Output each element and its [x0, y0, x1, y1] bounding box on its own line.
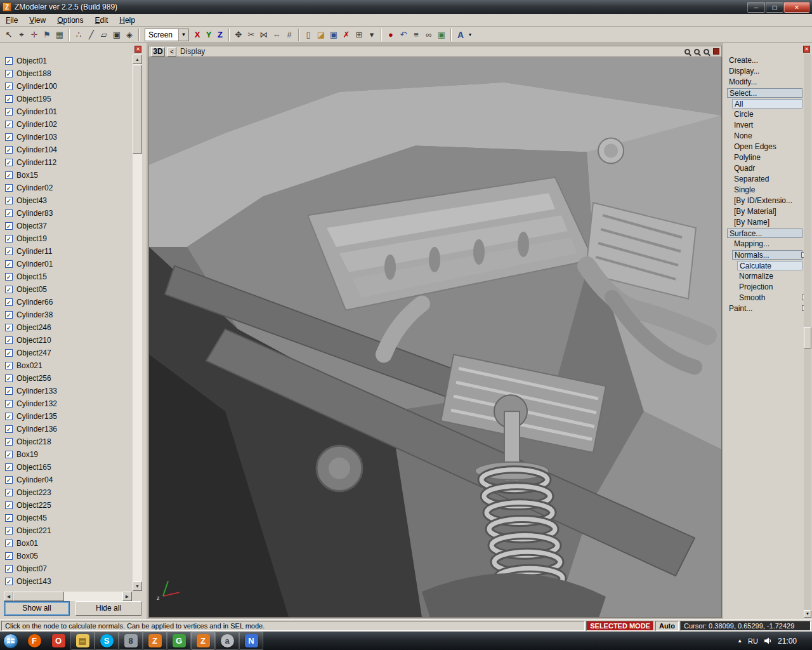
mirror-icon[interactable]: ⇔ [270, 29, 283, 41]
menu-item-mapping[interactable]: Mapping... [732, 239, 802, 249]
object-list-item[interactable]: ✓Object43 [4, 194, 132, 207]
visibility-checkbox[interactable]: ✓ [5, 171, 13, 179]
visibility-checkbox[interactable]: ✓ [5, 375, 13, 382]
visibility-checkbox[interactable]: ✓ [5, 146, 13, 154]
screen-mode-dropdown[interactable]: Screen ▼ [145, 29, 189, 41]
visibility-checkbox[interactable]: ✓ [5, 83, 13, 90]
menu-item-by-name[interactable]: [By Name] [732, 218, 802, 227]
visibility-checkbox[interactable]: ✓ [5, 336, 13, 344]
menu-item-create[interactable]: Create... [727, 56, 802, 65]
menu-item-modify[interactable]: Modify... [727, 77, 802, 87]
record-icon[interactable]: ● [384, 29, 397, 41]
visibility-checkbox[interactable]: ✓ [5, 121, 13, 128]
uv-mode-icon[interactable]: ◈ [123, 29, 136, 41]
faces-mode-icon[interactable]: ▱ [98, 29, 110, 41]
snap-icon[interactable]: # [283, 29, 296, 41]
object-list-item[interactable]: ✓Cylinder133 [4, 385, 132, 397]
notes-icon[interactable]: ≡ [410, 29, 422, 41]
visibility-checkbox[interactable]: ✓ [5, 514, 13, 522]
object-list-item[interactable]: ✓Object247 [4, 347, 132, 359]
object-list-item[interactable]: ✓Box01 [4, 537, 132, 550]
zoom-in-icon[interactable] [684, 49, 690, 55]
maximize-button[interactable]: ▢ [766, 2, 783, 13]
zmodeler-active-icon[interactable]: Z [191, 632, 215, 650]
command-panel-scrollbar[interactable]: ▼ [804, 54, 811, 618]
visibility-checkbox[interactable]: ✓ [5, 273, 13, 281]
object-list-item[interactable]: ✓Object01 [4, 55, 132, 67]
menu-item-by-id-extensio[interactable]: [By ID/Extensio... [732, 196, 802, 206]
object-list-item[interactable]: ✓Object188 [4, 67, 132, 80]
start-button[interactable] [3, 633, 18, 649]
font-dropdown-icon[interactable]: ▾ [467, 29, 473, 41]
menu-item-normals[interactable]: Normals... [732, 250, 802, 260]
visibility-checkbox[interactable]: ✓ [5, 298, 13, 306]
object-list-item[interactable]: ✓Cylinder66 [4, 296, 132, 308]
menu-file[interactable]: File [0, 15, 23, 26]
visibility-checkbox[interactable]: ✓ [5, 387, 13, 395]
select-icon[interactable]: ↖ [3, 29, 15, 41]
object-list-item[interactable]: ✓Cylinder103 [4, 131, 132, 143]
menu-item-none[interactable]: None [732, 131, 802, 141]
menu-item-projection[interactable]: Projection [737, 282, 802, 292]
menu-item-single[interactable]: Single [732, 185, 802, 195]
visibility-checkbox[interactable]: ✓ [5, 209, 13, 217]
show-all-button[interactable]: Show all [4, 601, 70, 616]
visibility-checkbox[interactable]: ✓ [5, 565, 13, 573]
object-list-item[interactable]: ✓Cylinder83 [4, 207, 132, 220]
hide-all-button[interactable]: Hide all [75, 601, 141, 616]
explorer-icon[interactable]: ▤ [70, 632, 95, 650]
hscroll-thumb[interactable] [13, 592, 64, 601]
image-icon[interactable]: ▣ [435, 29, 448, 41]
viewport-mode-button[interactable]: 3D [151, 47, 165, 56]
visibility-checkbox[interactable]: ✓ [5, 476, 13, 484]
visibility-checkbox[interactable]: ✓ [5, 489, 13, 496]
zoom-window-icon[interactable] [704, 49, 709, 55]
open-folder-icon[interactable]: ◪ [315, 29, 327, 41]
unweld-icon[interactable]: ⋈ [258, 29, 270, 41]
daemon-icon[interactable]: a [215, 632, 239, 650]
save-icon[interactable]: ▣ [327, 29, 340, 41]
scroll-left-icon[interactable]: ◀ [4, 592, 13, 601]
menu-item-circle[interactable]: Circle [732, 110, 802, 119]
visibility-checkbox[interactable]: ✓ [5, 197, 13, 204]
weld-icon[interactable]: ✂ [245, 29, 258, 41]
menu-item-open-edges[interactable]: Open Edges [732, 142, 802, 152]
close-left-panel-button[interactable]: ✕ [134, 46, 141, 53]
visibility-checkbox[interactable]: ✓ [5, 235, 13, 242]
viewport-indicator-icon[interactable] [713, 48, 719, 55]
menu-options[interactable]: Options [51, 15, 89, 26]
auto-toggle[interactable]: Auto [655, 621, 679, 631]
object-list-item[interactable]: ✓Cylinder112 [4, 156, 132, 169]
target-icon[interactable]: ⌖ [15, 29, 28, 41]
object-list-item[interactable]: ✓Box021 [4, 359, 132, 372]
menu-help[interactable]: Help [114, 15, 141, 26]
edges-mode-icon[interactable]: ╱ [85, 29, 98, 41]
browser-icon[interactable]: O [46, 632, 70, 650]
menu-view[interactable]: View [23, 15, 51, 26]
object-list-item[interactable]: ✓Cylinder02 [4, 182, 132, 194]
object-list-item[interactable]: ✓Object05 [4, 283, 132, 296]
clock[interactable]: 21:00 [778, 637, 797, 646]
menu-item-polyline[interactable]: Polyline [732, 153, 802, 162]
menu-item-surface[interactable]: Surface... [727, 229, 802, 238]
manipulator-icon[interactable]: ✥ [232, 29, 245, 41]
object-list-item[interactable]: ✓Object15 [4, 270, 132, 283]
axis-y-button[interactable]: Y [203, 29, 214, 41]
object-list-hscrollbar[interactable]: ◀ ▶ [4, 592, 132, 601]
axes-icon[interactable]: ✛ [28, 29, 41, 41]
visibility-checkbox[interactable]: ✓ [5, 349, 13, 357]
menu-item-calculate[interactable]: Calculate [737, 261, 802, 270]
object-list-item[interactable]: ✓Box15 [4, 169, 132, 182]
object-list-item[interactable]: ✓Object165 [4, 461, 132, 474]
object-list-item[interactable]: ✓Object246 [4, 321, 132, 334]
scroll-down-icon[interactable]: ▼ [804, 610, 811, 618]
object-list-item[interactable]: ✓Box05 [4, 550, 132, 562]
scroll-up-icon[interactable]: ▲ [133, 55, 142, 64]
archive-icon[interactable]: 8 [119, 632, 143, 650]
menu-item-smooth[interactable]: Smooth [737, 293, 802, 303]
command-scroll-thumb[interactable] [804, 327, 811, 348]
object-list-item[interactable]: ✓Cylinder102 [4, 118, 132, 131]
viewport-canvas[interactable]: z [148, 57, 722, 618]
visibility-checkbox[interactable]: ✓ [5, 552, 13, 560]
gmax-icon[interactable]: G [167, 632, 191, 650]
